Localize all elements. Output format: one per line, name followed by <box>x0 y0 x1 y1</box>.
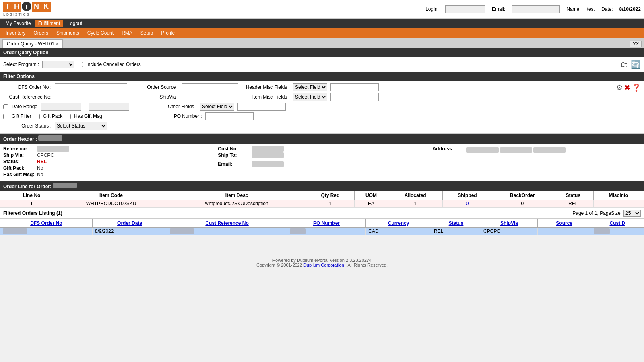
col-cust-ref-link[interactable]: Cust Reference No <box>205 220 248 226</box>
nav2-orders[interactable]: Orders <box>30 29 52 37</box>
order-status-select[interactable]: Select Status <box>55 122 107 130</box>
footer-company-link[interactable]: Duplium Corporation <box>303 263 344 267</box>
header-misc-fields-value[interactable] <box>330 83 379 91</box>
col-status-link[interactable]: Status <box>449 220 464 226</box>
ship-via-label: ShipVia : <box>130 94 179 100</box>
query-option-section: Select Program : Include Cancelled Order… <box>0 57 644 72</box>
row-custid <box>591 228 644 235</box>
po-number-input[interactable] <box>205 112 254 120</box>
filter-funnel-icon[interactable]: ⚙ <box>616 83 623 92</box>
col-currency-link[interactable]: Currency <box>388 220 409 226</box>
nav1-logout[interactable]: Logout <box>64 20 85 27</box>
address-label: Address: <box>433 146 465 153</box>
address-line3 <box>533 147 566 153</box>
col-source-link[interactable]: Source <box>556 220 572 226</box>
order-header-col1: Reference: Ship Via: CPCPC Status: REL G… <box>3 146 211 178</box>
row-backorder: 0 <box>492 200 553 208</box>
order-source-input[interactable] <box>182 83 238 91</box>
filtered-orders-table: DFS Order No Order Date Cust Reference N… <box>0 219 644 235</box>
gift-pack-label: Gift Pack <box>43 113 63 119</box>
cust-reference-no-input[interactable] <box>55 93 127 101</box>
col-misc-info: MiscInfo <box>593 191 644 200</box>
select-program-dropdown[interactable] <box>42 61 74 68</box>
nav1-fulfillment[interactable]: Fulfillment <box>35 20 64 27</box>
filter-row-4: Gift Filter Gift Pack Has Gift Msg PO Nu… <box>3 112 641 120</box>
include-cancelled-checkbox[interactable] <box>78 62 83 67</box>
name-label: Name: <box>566 6 580 12</box>
refresh-icon[interactable]: 🔄 <box>631 60 641 69</box>
date-range-checkbox[interactable] <box>3 104 8 109</box>
col-shipvia: ShipVia <box>481 219 538 228</box>
footer-rights: . All Rights Reserved. <box>345 263 388 267</box>
row-shipped[interactable]: 0 <box>443 200 492 208</box>
item-misc-fields-value[interactable] <box>330 93 379 101</box>
order-line-row[interactable]: 1 WHTPRODUCT02SKU whtproduct02SKUDescrip… <box>0 200 644 208</box>
other-fields-select[interactable]: Select Field <box>200 103 234 111</box>
date-range-from[interactable] <box>41 103 81 111</box>
other-fields-value[interactable] <box>237 103 286 111</box>
nav2-profile[interactable]: Profile <box>158 29 178 37</box>
item-misc-fields-select[interactable]: Select Field <box>293 93 327 101</box>
col-shipvia-link[interactable]: ShipVia <box>500 220 518 226</box>
filter-clear-icon[interactable]: ✖ <box>624 83 630 92</box>
address-line2 <box>500 147 532 153</box>
has-gift-msg-oh-label: Has Gift Msg: <box>3 172 35 177</box>
nav2-cycle-count[interactable]: Cycle Count <box>84 29 117 37</box>
nav2-inventory[interactable]: Inventory <box>2 29 29 37</box>
gift-pack-checkbox[interactable] <box>35 114 40 119</box>
row-status: REL <box>553 200 593 208</box>
filter-options-header: Filter Options <box>0 72 644 81</box>
col-status: Status <box>553 191 593 200</box>
help-icon[interactable]: ❓ <box>632 83 641 92</box>
row-dfs-order-no[interactable] <box>0 228 93 235</box>
email-input[interactable] <box>512 5 560 13</box>
header-misc-fields-label: Header Misc Fields : <box>242 84 290 90</box>
page-size-select[interactable]: 25 50 100 <box>623 210 641 217</box>
col-currency: Currency <box>366 219 431 228</box>
dfs-order-no-input[interactable] <box>55 83 127 91</box>
nav2-shipments[interactable]: Shipments <box>53 29 83 37</box>
gift-pack-row: Gift Pack: No <box>3 165 211 171</box>
login-input[interactable] <box>445 5 485 13</box>
col-item-code: Item Code <box>55 191 167 200</box>
close-button[interactable]: XX <box>630 41 642 47</box>
nav2-rma[interactable]: RMA <box>118 29 136 37</box>
filtered-order-row[interactable]: 8/9/2022 CAD REL CPCPC <box>0 228 644 235</box>
query-option-header: Order Query Option <box>0 48 644 57</box>
main-content: Order Query Option Select Program : Incl… <box>0 48 644 235</box>
has-gift-msg-checkbox[interactable] <box>66 114 71 119</box>
filter-icon[interactable]: 🗂 <box>620 60 628 69</box>
ship-via-input[interactable] <box>182 93 238 101</box>
email-oh-value <box>252 161 284 167</box>
ship-via-oh-label: Ship Via: <box>3 152 35 158</box>
tab-close-icon[interactable]: × <box>56 42 58 46</box>
tab-order-query[interactable]: Order Query - WHT01 × <box>2 39 63 48</box>
col-dfs-order-no-link[interactable]: DFS Order No <box>30 220 62 226</box>
order-line-title: Order Line for Order: <box>3 184 52 189</box>
row-uom: EA <box>354 200 388 208</box>
col-po-number-link[interactable]: PO Number <box>313 220 340 226</box>
col-custid-link[interactable]: CustID <box>609 220 625 226</box>
row-allocated: 1 <box>388 200 443 208</box>
gift-pack-oh-value: No <box>37 165 43 171</box>
header-info: Login: Email: Name: test Date: 8/10/2022 <box>425 5 641 13</box>
header-misc-fields-select[interactable]: Select Field <box>293 83 327 91</box>
ship-to-row: Ship To: <box>218 152 426 158</box>
nav1-myfavorite[interactable]: My Favorite <box>2 20 34 27</box>
order-header-title: Order Header : <box>3 136 37 142</box>
date-value: 8/10/2022 <box>619 6 641 12</box>
row-shipvia: CPCPC <box>481 228 538 235</box>
order-header-section-header: Order Header : <box>0 134 644 144</box>
select-program-label: Select Program : <box>3 62 39 67</box>
order-header-section: Reference: Ship Via: CPCPC Status: REL G… <box>0 144 644 181</box>
status-oh-label: Status: <box>3 159 35 165</box>
nav2-setup[interactable]: Setup <box>137 29 156 37</box>
gift-filter-checkbox[interactable] <box>3 114 8 119</box>
date-range-to[interactable] <box>89 103 129 111</box>
col-order-date-link[interactable]: Order Date <box>117 220 142 226</box>
page-size-area: Page 1 of 1, PageSize: 25 50 100 <box>572 210 641 217</box>
col-po-number: PO Number <box>287 219 366 228</box>
page-info: Page 1 of 1, PageSize: <box>572 210 622 216</box>
filter-row-2: Cust Reference No: ShipVia : Item Misc F… <box>3 93 641 101</box>
include-cancelled-label: Include Cancelled Orders <box>86 62 140 67</box>
